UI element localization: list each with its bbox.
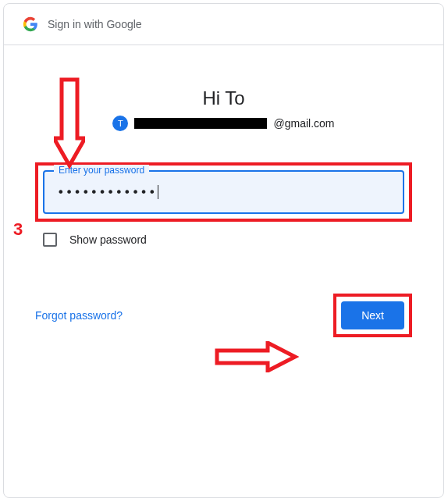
avatar: T xyxy=(112,116,128,131)
annotation-arrow-right-icon xyxy=(213,341,299,372)
forgot-password-link[interactable]: Forgot password? xyxy=(35,309,123,322)
password-masked-value: •••••••••••• xyxy=(57,185,157,200)
annotation-arrow-down-icon xyxy=(54,76,85,169)
card-header: Sign in with Google xyxy=(4,4,443,45)
greeting-heading: Hi To xyxy=(35,87,412,109)
annotation-next-highlight: Next xyxy=(333,294,412,337)
password-input[interactable]: Enter your password •••••••••••• xyxy=(43,170,404,214)
annotation-password-highlight: Enter your password •••••••••••• xyxy=(35,162,412,222)
email-suffix: @gmail.com xyxy=(273,117,334,130)
annotation-step-number: 3 xyxy=(13,219,23,240)
next-button[interactable]: Next xyxy=(341,301,404,329)
actions-row: Forgot password? Next xyxy=(35,294,412,337)
google-logo-icon xyxy=(23,16,38,32)
signin-card: Sign in with Google Hi To T @gmail.com E… xyxy=(3,3,444,498)
text-cursor xyxy=(158,185,158,199)
show-password-row: Show password xyxy=(43,233,412,247)
show-password-checkbox[interactable] xyxy=(43,233,57,247)
header-title: Sign in with Google xyxy=(48,18,142,30)
show-password-label: Show password xyxy=(69,233,147,246)
account-chip[interactable]: T @gmail.com xyxy=(35,116,412,131)
email-redacted xyxy=(134,118,267,129)
